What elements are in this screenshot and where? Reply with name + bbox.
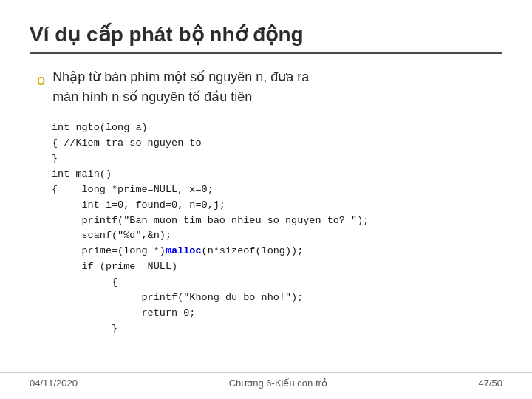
code-line-4: int main() bbox=[52, 167, 502, 183]
footer-center: Chương 6-Kiểu con trỏ bbox=[229, 378, 327, 389]
bullet-section: o Nhập từ bàn phím một số nguyên n, đưa … bbox=[30, 67, 502, 107]
code-line-6: int i=0, found=0, n=0,j; bbox=[52, 198, 502, 214]
bullet-text-line1: Nhập từ bàn phím một số nguyên n, đưa ra bbox=[52, 67, 309, 87]
code-line-7: printf("Ban muon tim bao nhieu so nguyen… bbox=[52, 214, 502, 229]
code-line-12: printf("Khong du bo nho!"); bbox=[52, 290, 502, 306]
bullet-text-block: Nhập từ bàn phím một số nguyên n, đưa ra… bbox=[52, 67, 309, 107]
code-line-3: } bbox=[52, 151, 502, 167]
code-line-5: { long *prime=NULL, x=0; bbox=[52, 183, 502, 198]
code-line-11: { bbox=[52, 275, 502, 290]
code-line-8: scanf("%d",&n); bbox=[52, 228, 502, 244]
bullet-text-line2: màn hình n số nguyên tố đầu tiên bbox=[52, 87, 309, 107]
code-line-2: { //Kiem tra so nguyen to bbox=[52, 136, 502, 151]
footer-left: 04/11/2020 bbox=[30, 378, 78, 389]
slide-title: Ví dụ cấp phát bộ nhớ động bbox=[30, 23, 304, 46]
code-line-14: } bbox=[52, 321, 502, 337]
footer: 04/11/2020 Chương 6-Kiểu con trỏ 47/50 bbox=[0, 372, 532, 389]
slide: Ví dụ cấp phát bộ nhớ động o Nhập từ bàn… bbox=[0, 0, 532, 399]
bullet-item: o Nhập từ bàn phím một số nguyên n, đưa … bbox=[37, 67, 502, 107]
title-bar: Ví dụ cấp phát bộ nhớ động bbox=[30, 22, 502, 54]
code-line-13: return 0; bbox=[52, 306, 502, 321]
bullet-icon: o bbox=[37, 69, 45, 91]
code-line-10: if (prime==NULL) bbox=[52, 259, 502, 275]
code-block: int ngto(long a) { //Kiem tra so nguyen … bbox=[30, 120, 502, 337]
code-line-1: int ngto(long a) bbox=[52, 120, 502, 136]
code-line-9: prime=(long *)malloc(n*sizeof(long)); bbox=[52, 244, 502, 259]
footer-right: 47/50 bbox=[478, 378, 502, 389]
